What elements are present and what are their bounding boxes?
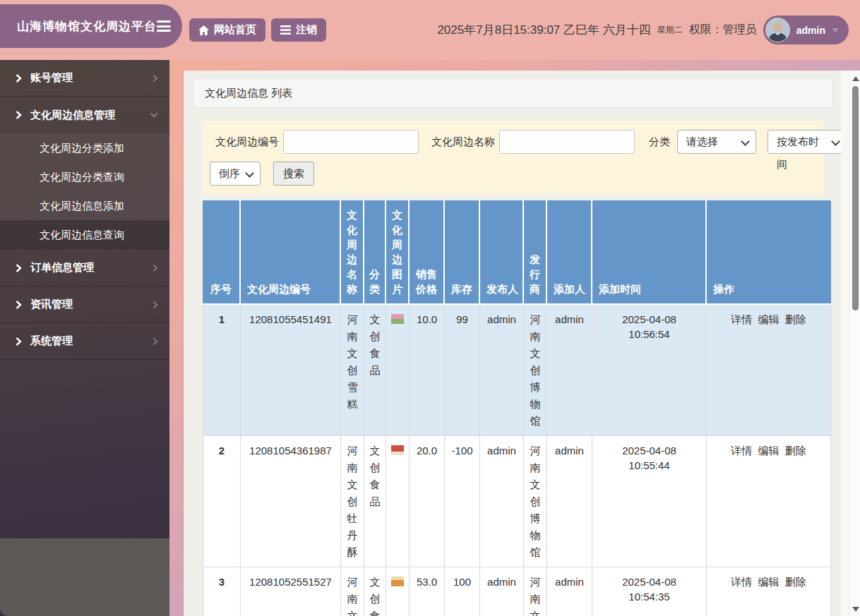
code-input[interactable] (283, 130, 419, 154)
sidebar-subitem-category-add[interactable]: 文化周边分类添加 (0, 133, 169, 162)
table-header-row: 序号 文化周边编号 文化周边名称 分类 文化周边图片 销售价格 库存 发布人 发… (203, 200, 831, 305)
search-filter-box: 文化周边编号 文化周边名称 分类 请选择 按发布时间 倒序 搜索 (203, 121, 823, 194)
cell-code: 12081055451491 (241, 305, 341, 436)
sidebar-subitem-info-query[interactable]: 文化周边信息查询 (0, 220, 169, 249)
search-row-1: 文化周边编号 文化周边名称 分类 请选择 按发布时间 (210, 130, 816, 154)
sidebar-subitem-category-query[interactable]: 文化周边分类查询 (0, 162, 169, 191)
sidebar-subitem-info-add[interactable]: 文化周边信息添加 (0, 191, 169, 220)
home-icon (198, 25, 209, 35)
category-label: 分类 (649, 135, 670, 149)
code-field-label: 文化周边编号 (215, 135, 279, 149)
chevron-right-icon (153, 301, 158, 309)
datetime-text: 2025年7月8日15:39:07 乙巳年 六月十四 (437, 22, 650, 38)
cell-code: 12081054361987 (241, 436, 341, 567)
table-row: 3 12081052551527 河南文创八景 文创食品 53.0 100 (203, 567, 831, 616)
cell-stock: 100 (445, 567, 480, 616)
edit-link[interactable]: 编辑 (758, 445, 780, 457)
sidebar-item-orders[interactable]: 订单信息管理 (0, 250, 169, 286)
add-time: 10:54:35 (595, 589, 704, 604)
chevron-right-icon (16, 264, 22, 272)
detail-link[interactable]: 详情 (731, 313, 752, 325)
scroll-up-icon[interactable] (852, 76, 859, 81)
scrollbar-thumb[interactable] (852, 86, 859, 310)
sidebar-item-news[interactable]: 资讯管理 (0, 286, 169, 323)
submenu-culture-info: 文化周边分类添加 文化周边分类查询 文化周边信息添加 文化周边信息查询 (0, 133, 169, 250)
cell-code: 12081052551527 (241, 567, 341, 616)
username: admin (796, 25, 825, 36)
cell-actions: 详情 编辑 删除 (707, 567, 831, 616)
cell-issuer: 河南文创博物馆 (524, 567, 547, 616)
nav-home-label: 网站首页 (214, 23, 256, 37)
col-issuer: 发行商 (524, 200, 547, 305)
name-input[interactable] (499, 130, 635, 154)
col-code: 文化周边编号 (241, 200, 341, 305)
product-image[interactable] (391, 445, 404, 455)
edit-link[interactable]: 编辑 (758, 313, 780, 325)
cell-name: 河南文创牡丹酥 (341, 436, 364, 567)
cell-price: 20.0 (410, 436, 445, 567)
product-image[interactable] (391, 576, 404, 586)
col-stock: 库存 (445, 200, 480, 305)
cell-image (386, 567, 410, 616)
add-date: 2025-04-08 (595, 443, 704, 458)
sidebar-footer-block (0, 538, 169, 616)
add-date: 2025-04-08 (595, 574, 704, 589)
col-category: 分类 (364, 200, 386, 305)
edit-link[interactable]: 编辑 (758, 576, 780, 588)
col-index: 序号 (203, 200, 241, 305)
cell-image (386, 436, 410, 567)
cell-image (386, 305, 410, 436)
table-row: 2 12081054361987 河南文创牡丹酥 文创食品 20.0 -100 (203, 436, 831, 567)
sidebar-item-system[interactable]: 系统管理 (0, 323, 169, 360)
product-image[interactable] (391, 314, 404, 324)
logo-pill: 山海博物馆文化周边平台 (0, 4, 182, 48)
cell-adder: admin (547, 567, 592, 616)
cell-actions: 详情 编辑 删除 (707, 436, 831, 567)
cell-stock: 99 (445, 305, 480, 436)
cell-category: 文创食品 (364, 305, 386, 436)
page-gutter (841, 71, 849, 616)
col-name: 文化周边名称 (341, 200, 364, 305)
sidebar-item-label: 文化周边信息管理 (30, 109, 141, 122)
logout-label: 注销 (296, 23, 317, 37)
weekday-text: 星期二 (657, 24, 683, 36)
search-button[interactable]: 搜索 (273, 162, 314, 186)
sort-field-select[interactable]: 按发布时间 (768, 130, 847, 154)
content-panel: 文化周边信息 列表 文化周边编号 文化周边名称 分类 请选择 按发布时间 (184, 71, 842, 616)
nav-home-button[interactable]: 网站首页 (189, 18, 265, 42)
hamburger-menu-icon[interactable] (157, 20, 171, 32)
sidebar-item-account[interactable]: 账号管理 (0, 60, 169, 97)
panel-body: 文化周边编号 文化周边名称 分类 请选择 按发布时间 倒序 搜索 (193, 108, 833, 616)
chevron-right-icon (16, 74, 22, 83)
chevron-right-icon (16, 301, 22, 309)
user-menu[interactable]: admin (763, 16, 849, 44)
cell-adder: admin (547, 436, 592, 567)
delete-link[interactable]: 删除 (785, 576, 806, 588)
sort-order-select[interactable]: 倒序 (210, 162, 261, 186)
chevron-right-icon (153, 337, 158, 346)
sidebar-item-label: 系统管理 (30, 334, 144, 348)
logout-button[interactable]: 注销 (271, 18, 326, 42)
detail-link[interactable]: 详情 (731, 445, 752, 457)
add-date: 2025-04-08 (595, 312, 704, 327)
cell-name: 河南文创雪糕 (341, 305, 364, 436)
page: 山海博物馆文化周边平台 网站首页 注销 2025年7月8日15:39:07 乙巳… (0, 0, 860, 616)
scroll-down-icon[interactable] (852, 607, 859, 612)
app-title: 山海博物馆文化周边平台 (17, 18, 157, 35)
detail-link[interactable]: 详情 (731, 576, 752, 588)
sidebar: 账号管理 文化周边信息管理 文化周边分类添加 文化周边分类查询 文化周边信息添加… (0, 60, 169, 616)
category-select[interactable]: 请选择 (677, 130, 756, 154)
cell-index: 1 (203, 305, 241, 436)
delete-link[interactable]: 删除 (785, 445, 806, 457)
delete-link[interactable]: 删除 (785, 313, 806, 325)
cell-addtime: 2025-04-08 10:54:35 (592, 567, 707, 616)
sidebar-item-culture-info[interactable]: 文化周边信息管理 (0, 97, 169, 133)
chevron-right-icon (16, 337, 22, 346)
col-adder: 添加人 (547, 200, 592, 305)
cell-adder: admin (547, 305, 592, 436)
cell-name: 河南文创八景 (341, 567, 364, 616)
add-time: 10:55:44 (595, 458, 704, 473)
cell-issuer: 河南文创博物馆 (524, 436, 547, 567)
page-title: 文化周边信息 列表 (193, 78, 833, 108)
vertical-scrollbar[interactable] (849, 71, 860, 616)
